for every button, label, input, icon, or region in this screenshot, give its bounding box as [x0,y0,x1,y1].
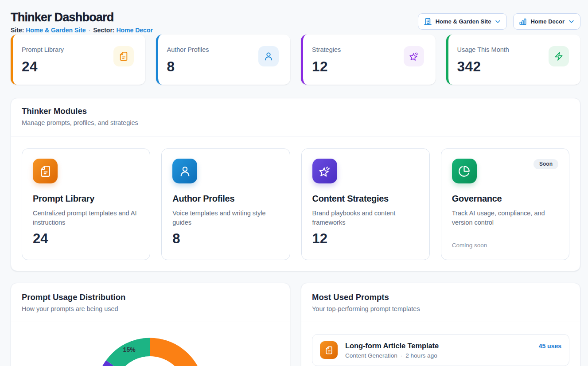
svg-text:15%: 15% [123,346,136,353]
